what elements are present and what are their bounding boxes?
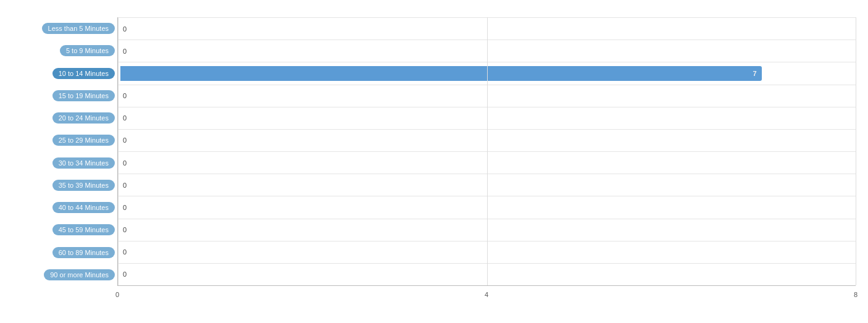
label-cell-3: 15 to 19 Minutes	[12, 85, 117, 107]
label-pill-1: 5 to 9 Minutes	[60, 45, 115, 56]
value-inside-2: 7	[753, 70, 757, 77]
content-area: Less than 5 Minutes5 to 9 Minutes10 to 1…	[12, 17, 856, 286]
value-text-8: 0	[123, 204, 127, 211]
label-cell-4: 20 to 24 Minutes	[12, 107, 117, 129]
grid-line-4	[487, 17, 488, 285]
label-cell-2: 10 to 14 Minutes	[12, 62, 117, 85]
value-text-1: 0	[123, 48, 127, 55]
label-pill-6: 30 to 34 Minutes	[52, 157, 115, 169]
value-text-6: 0	[123, 159, 127, 167]
value-text-5: 0	[123, 136, 127, 144]
label-cell-8: 40 to 44 Minutes	[12, 196, 117, 219]
value-text-9: 0	[123, 226, 127, 233]
x-axis-container: 048	[12, 286, 856, 298]
label-cell-11: 90 or more Minutes	[12, 264, 117, 286]
label-pill-0: Less than 5 Minutes	[42, 23, 115, 34]
x-tick-4: 4	[485, 291, 488, 298]
grid-line-8	[856, 17, 856, 285]
x-tick-8: 8	[854, 291, 858, 298]
label-pill-5: 25 to 29 Minutes	[52, 135, 115, 146]
value-text-0: 0	[123, 25, 127, 33]
labels-column: Less than 5 Minutes5 to 9 Minutes10 to 1…	[12, 17, 117, 286]
bars-column: 007000000000	[117, 17, 856, 286]
bar-block-2: 7	[120, 66, 762, 81]
label-cell-0: Less than 5 Minutes	[12, 17, 117, 40]
label-pill-8: 40 to 44 Minutes	[52, 202, 115, 213]
label-pill-9: 45 to 59 Minutes	[52, 224, 115, 235]
label-pill-3: 15 to 19 Minutes	[52, 90, 115, 101]
label-cell-9: 45 to 59 Minutes	[12, 219, 117, 241]
label-pill-7: 35 to 39 Minutes	[52, 180, 115, 191]
label-pill-11: 90 or more Minutes	[44, 269, 115, 280]
value-text-4: 0	[123, 114, 127, 122]
chart-container: Less than 5 Minutes5 to 9 Minutes10 to 1…	[0, 0, 868, 323]
label-cell-1: 5 to 9 Minutes	[12, 40, 117, 62]
label-pill-4: 20 to 24 Minutes	[52, 112, 115, 124]
x-axis: 048	[117, 286, 856, 298]
label-pill-2: 10 to 14 Minutes	[52, 68, 115, 79]
value-text-10: 0	[123, 248, 127, 256]
value-text-7: 0	[123, 182, 127, 189]
grid-line-0	[118, 17, 119, 285]
label-cell-6: 30 to 34 Minutes	[12, 152, 117, 174]
label-cell-10: 60 to 89 Minutes	[12, 241, 117, 264]
chart-layout: Less than 5 Minutes5 to 9 Minutes10 to 1…	[12, 11, 856, 298]
label-cell-5: 25 to 29 Minutes	[12, 129, 117, 151]
value-text-11: 0	[123, 271, 127, 278]
x-tick-0: 0	[115, 291, 119, 298]
value-text-3: 0	[123, 92, 127, 99]
label-cell-7: 35 to 39 Minutes	[12, 174, 117, 196]
label-pill-10: 60 to 89 Minutes	[52, 247, 115, 258]
